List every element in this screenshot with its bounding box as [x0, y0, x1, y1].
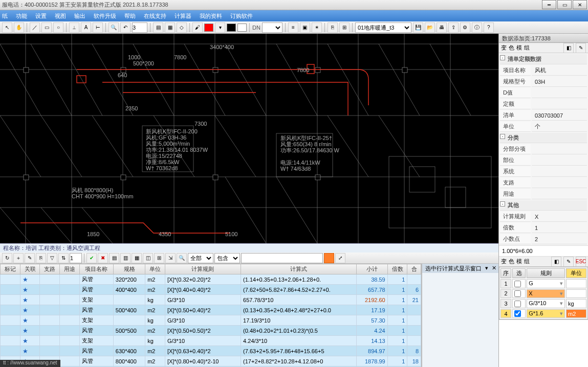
- color-red-swatch[interactable]: [204, 24, 213, 32]
- grid-find-icon[interactable]: 🔍: [177, 253, 187, 263]
- tool-explode-icon[interactable]: ✶: [312, 22, 322, 33]
- prop-value[interactable]: 1: [532, 223, 587, 233]
- tool-open-icon[interactable]: 📂: [425, 22, 435, 33]
- grid-filter-contain[interactable]: 包含: [214, 253, 240, 263]
- table-row[interactable]: ★风管500*400m2[X]*(0.50+0.40)*2(0.13+0.35+…: [1, 305, 421, 315]
- grid-header[interactable]: 标记: [1, 264, 20, 274]
- grid-header[interactable]: 支路: [40, 264, 60, 274]
- tool-circle-icon[interactable]: ○: [53, 22, 63, 33]
- prop-value[interactable]: 个: [532, 122, 587, 132]
- tool-grid-icon[interactable]: ▦: [165, 22, 175, 33]
- grid-header[interactable]: 用途: [60, 264, 80, 274]
- menu-online[interactable]: 在线支持: [144, 12, 166, 20]
- tool-align-icon[interactable]: ≡: [288, 22, 298, 33]
- prop-value[interactable]: 2: [532, 234, 587, 244]
- tab-se[interactable]: 色: [509, 44, 514, 52]
- tool-pointer-icon[interactable]: ↖: [2, 22, 12, 33]
- table-row[interactable]: ★风管400*400m2[X]*(0.40+0.40)*2(7.62+50+5.…: [1, 285, 421, 295]
- tool-info-icon[interactable]: ⓘ: [472, 22, 482, 33]
- tab-bian[interactable]: 变: [501, 44, 507, 52]
- tool-hand-icon[interactable]: ✋: [14, 22, 24, 33]
- menu-profile[interactable]: 我的资料: [200, 12, 222, 20]
- grid-header[interactable]: 单位: [145, 264, 165, 274]
- prop-value[interactable]: [532, 88, 587, 98]
- tool-zoom-icon[interactable]: 🔍: [108, 22, 119, 33]
- tool-layer-icon[interactable]: ▤: [153, 22, 163, 33]
- grid-page-input[interactable]: [70, 253, 82, 263]
- tool-line-icon[interactable]: ／: [30, 22, 40, 33]
- mini-tab-zu[interactable]: 组: [524, 258, 530, 265]
- grid-delete-icon[interactable]: ✖: [98, 253, 108, 263]
- rule-checkbox[interactable]: [514, 290, 521, 297]
- tool-snap-icon[interactable]: ◇: [177, 22, 187, 33]
- minimize-button[interactable]: ━: [542, 0, 556, 9]
- prop-value[interactable]: [532, 189, 587, 199]
- menu-view[interactable]: 视图: [55, 12, 66, 20]
- rule-row[interactable]: 1G ▾: [500, 279, 586, 288]
- data-grid[interactable]: 标记关联支路用途项目名称规格单位计算规则计算式小计倍数合 ★风管320*200m…: [0, 264, 422, 367]
- tool-paint-icon[interactable]: 🖌: [192, 22, 203, 33]
- tool-help-icon[interactable]: ?: [484, 22, 494, 33]
- grid-header[interactable]: 计算规则: [165, 264, 241, 274]
- prop-value[interactable]: [532, 178, 587, 188]
- mini-tool1-icon[interactable]: ◧: [551, 257, 561, 267]
- mini-delete-icon[interactable]: ESC: [576, 257, 586, 267]
- grid-search-input[interactable]: [241, 253, 323, 263]
- grid-check-icon[interactable]: ✔: [86, 253, 97, 263]
- side-pane-close-icon[interactable]: ✕: [492, 265, 496, 271]
- panel-tool2-icon[interactable]: ✎: [576, 43, 586, 53]
- layer-select[interactable]: 01地库暖通_t3: [355, 22, 411, 33]
- menu-settings[interactable]: 设置: [35, 12, 47, 20]
- grid-header[interactable]: 项目名称: [79, 264, 113, 274]
- table-row[interactable]: ★风管320*200m2[X]*(0.32+0.20)*2(1.14+0.35+…: [1, 274, 421, 285]
- grid-header[interactable]: 计算式: [241, 264, 357, 274]
- rule-checkbox[interactable]: [514, 281, 521, 287]
- grid-header[interactable]: 小计: [356, 264, 387, 274]
- tool-print-icon[interactable]: 🖶: [437, 22, 447, 33]
- rule-mini-table[interactable]: 序选规则单位1G ▾2X ▾3G/3*10 ▾kg4G*1.6 ▾m2: [499, 267, 588, 319]
- rule-checkbox[interactable]: [514, 301, 521, 307]
- grid-filter-icon[interactable]: ▽: [47, 253, 57, 263]
- prop-value[interactable]: 030703007: [532, 110, 587, 121]
- rule-row[interactable]: 3G/3*10 ▾kg: [500, 299, 586, 308]
- prop-value[interactable]: 03H: [532, 77, 587, 87]
- tool-group-icon[interactable]: ▣: [300, 22, 310, 33]
- grid-refresh-icon[interactable]: ↻: [2, 253, 12, 263]
- prop-value[interactable]: [532, 167, 587, 177]
- grid-sort-icon[interactable]: ⇅: [58, 253, 69, 263]
- table-row[interactable]: ★支架kgG/3*10657.78/3*102192.60121: [1, 295, 421, 305]
- zoom-input[interactable]: [132, 22, 147, 33]
- menu-help[interactable]: 帮助: [124, 12, 136, 20]
- menu-paper[interactable]: 纸: [2, 12, 8, 20]
- tool-copy-icon[interactable]: ⎘: [328, 22, 338, 33]
- tool-undo-icon[interactable]: ↶: [120, 22, 130, 33]
- grid-tool4-icon[interactable]: ◫: [143, 253, 153, 263]
- tool-array-icon[interactable]: ⊞: [339, 22, 350, 33]
- grid-filter-all[interactable]: 全部: [188, 253, 213, 263]
- grid-header[interactable]: 倍数: [387, 264, 407, 274]
- prop-value[interactable]: 风机: [532, 65, 587, 76]
- grid-header[interactable]: 关联: [20, 264, 40, 274]
- rule-row[interactable]: 2X ▾: [500, 289, 586, 299]
- tool-settings-icon[interactable]: ⚙: [460, 22, 470, 33]
- tool-save-icon[interactable]: 💾: [413, 22, 423, 33]
- grid-edit-icon[interactable]: ✎: [25, 253, 35, 263]
- tool-rect-icon[interactable]: ▭: [41, 22, 52, 33]
- rule-checkbox[interactable]: [514, 310, 521, 317]
- grid-copy-icon[interactable]: ⎘: [36, 253, 46, 263]
- close-button[interactable]: ✕: [573, 0, 587, 9]
- menu-buy[interactable]: 订购软件: [230, 12, 253, 20]
- menu-calc[interactable]: 计算器: [175, 12, 191, 20]
- tool-dim-icon[interactable]: ⊢: [93, 22, 103, 33]
- tool-measure-icon[interactable]: ⟂: [69, 22, 79, 33]
- dn-select[interactable]: [262, 22, 282, 33]
- maximize-button[interactable]: ▭: [557, 0, 572, 9]
- tool-export-icon[interactable]: ⇪: [448, 22, 459, 33]
- prop-value[interactable]: X: [532, 212, 587, 222]
- table-row[interactable]: ★支架kgG/3*104.24/3*1014.131: [1, 336, 421, 346]
- tab-mo[interactable]: 模: [516, 44, 522, 52]
- mini-tool2-icon[interactable]: ✎: [563, 257, 574, 267]
- table-row[interactable]: ★风管500*500m2[X]*(0.50+0.50)*2(0.48+0.20+…: [1, 326, 421, 336]
- grid-tool3-icon[interactable]: ▦: [132, 253, 142, 263]
- menu-output[interactable]: 输出: [74, 12, 85, 20]
